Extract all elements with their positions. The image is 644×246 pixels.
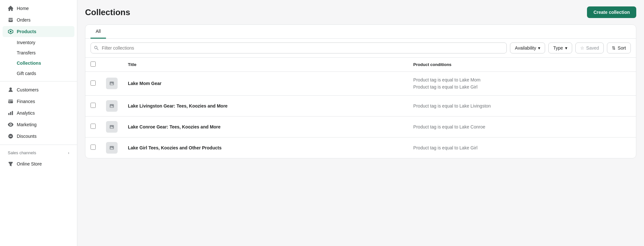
row-checkbox-cell-3 — [85, 137, 101, 158]
sidebar-item-marketing-label: Marketing — [17, 122, 36, 127]
table-row[interactable]: Lake Livingston Gear: Tees, Koozies and … — [85, 95, 636, 116]
sidebar-item-customers[interactable]: Customers — [3, 84, 74, 95]
customers-icon — [8, 87, 14, 93]
collections-table: Title Product conditions Lake Mom GearPr… — [85, 58, 636, 158]
row-checkbox-2[interactable] — [91, 124, 96, 129]
table-row[interactable]: Lake Mom GearProduct tag is equal to Lak… — [85, 72, 636, 96]
sidebar-item-online-store-label: Online Store — [17, 161, 42, 166]
row-checkbox-0[interactable] — [91, 80, 96, 86]
star-icon: ☆ — [580, 45, 584, 51]
table-row[interactable]: Lake Conroe Gear: Tees, Koozies and More… — [85, 116, 636, 137]
img-header — [101, 58, 123, 72]
analytics-icon — [8, 110, 14, 116]
sidebar-item-customers-label: Customers — [17, 87, 39, 92]
row-title-1: Lake Livingston Gear: Tees, Koozies and … — [123, 95, 408, 116]
row-conditions-2: Product tag is equal to Lake Conroe — [408, 116, 636, 137]
sidebar-item-products-label: Products — [17, 29, 36, 34]
product-img-1 — [106, 100, 118, 112]
product-img-3 — [106, 142, 118, 154]
sidebar: Home Orders Products Inventory Transfers… — [0, 0, 77, 246]
sidebar-item-discounts[interactable]: Discounts — [3, 131, 74, 142]
sales-channels-header[interactable]: Sales channels › — [3, 148, 74, 158]
sidebar-item-analytics[interactable]: Analytics — [3, 108, 74, 118]
page-title: Collections — [85, 7, 130, 17]
row-img-cell-2 — [101, 116, 123, 137]
table-row[interactable]: Lake Girl Tees, Koozies and Other Produc… — [85, 137, 636, 158]
sidebar-item-gift-cards-label: Gift cards — [17, 71, 36, 76]
store-icon — [8, 161, 14, 167]
row-checkbox-cell-2 — [85, 116, 101, 137]
row-conditions-3: Product tag is equal to Lake Girl — [408, 137, 636, 158]
page-header: Collections Create collection — [85, 6, 636, 18]
sidebar-item-collections[interactable]: Collections — [3, 58, 74, 68]
sidebar-item-finances-label: Finances — [17, 99, 35, 104]
type-chevron-icon: ▾ — [565, 45, 567, 51]
conditions-header: Product conditions — [408, 58, 636, 72]
tab-all[interactable]: All — [91, 25, 106, 39]
home-icon — [8, 5, 14, 11]
discounts-icon — [8, 133, 14, 139]
sidebar-divider-2 — [0, 145, 77, 145]
availability-filter-label: Availability — [515, 45, 536, 51]
row-title-3: Lake Girl Tees, Koozies and Other Produc… — [123, 137, 408, 158]
sidebar-item-home-label: Home — [17, 6, 29, 11]
row-conditions-1: Product tag is equal to Lake Livingston — [408, 95, 636, 116]
marketing-icon — [8, 122, 14, 128]
sidebar-item-inventory[interactable]: Inventory — [3, 38, 74, 47]
orders-icon — [8, 17, 14, 23]
row-checkbox-3[interactable] — [91, 145, 96, 150]
title-header: Title — [123, 58, 408, 72]
sales-channels-label: Sales channels — [8, 150, 36, 155]
row-conditions-0: Product tag is equal to Lake MomProduct … — [408, 72, 636, 96]
search-input[interactable] — [91, 43, 507, 53]
sidebar-item-marketing[interactable]: Marketing — [3, 119, 74, 130]
sidebar-item-transfers-label: Transfers — [17, 50, 36, 55]
row-title-2: Lake Conroe Gear: Tees, Koozies and More — [123, 116, 408, 137]
sort-button[interactable]: ⇅ Sort — [607, 43, 631, 53]
chevron-right-icon: › — [68, 151, 69, 155]
main-content: Collections Create collection All Availa… — [77, 0, 644, 246]
saved-label: Saved — [586, 45, 599, 51]
row-checkbox-1[interactable] — [91, 103, 96, 108]
sidebar-item-finances[interactable]: Finances — [3, 96, 74, 107]
row-img-cell-3 — [101, 137, 123, 158]
toolbar: Availability ▾ Type ▾ ☆ Saved ⇅ Sort — [85, 39, 636, 58]
sidebar-item-analytics-label: Analytics — [17, 110, 35, 116]
availability-filter-button[interactable]: Availability ▾ — [510, 43, 545, 53]
tabs: All — [85, 25, 636, 39]
product-img-2 — [106, 121, 118, 133]
sidebar-item-collections-label: Collections — [17, 61, 41, 66]
availability-chevron-icon: ▾ — [538, 45, 540, 51]
sidebar-item-home[interactable]: Home — [3, 3, 74, 14]
row-checkbox-cell-1 — [85, 95, 101, 116]
saved-button[interactable]: ☆ Saved — [575, 43, 604, 53]
product-img-0 — [106, 78, 118, 89]
row-img-cell-1 — [101, 95, 123, 116]
search-icon — [94, 45, 99, 51]
sidebar-item-orders[interactable]: Orders — [3, 14, 74, 25]
sidebar-item-inventory-label: Inventory — [17, 40, 35, 45]
sidebar-divider — [0, 81, 77, 81]
type-filter-label: Type — [553, 45, 563, 51]
search-wrap — [91, 43, 507, 53]
sidebar-item-transfers[interactable]: Transfers — [3, 48, 74, 58]
collections-card: All Availability ▾ Type ▾ ☆ Saved — [85, 24, 636, 158]
sidebar-item-online-store[interactable]: Online Store — [3, 158, 74, 169]
select-all-header — [85, 58, 101, 72]
row-checkbox-cell-0 — [85, 72, 101, 96]
sort-icon: ⇅ — [612, 45, 616, 51]
select-all-checkbox[interactable] — [91, 61, 96, 67]
type-filter-button[interactable]: Type ▾ — [548, 43, 572, 53]
sidebar-item-orders-label: Orders — [17, 17, 31, 23]
row-img-cell-0 — [101, 72, 123, 96]
sort-label: Sort — [618, 45, 626, 51]
sidebar-item-products[interactable]: Products — [3, 26, 74, 37]
row-title-0: Lake Mom Gear — [123, 72, 408, 96]
sidebar-item-gift-cards[interactable]: Gift cards — [3, 69, 74, 78]
sidebar-item-discounts-label: Discounts — [17, 134, 36, 139]
products-icon — [8, 29, 14, 34]
finances-icon — [8, 99, 14, 104]
create-collection-button[interactable]: Create collection — [587, 6, 636, 18]
